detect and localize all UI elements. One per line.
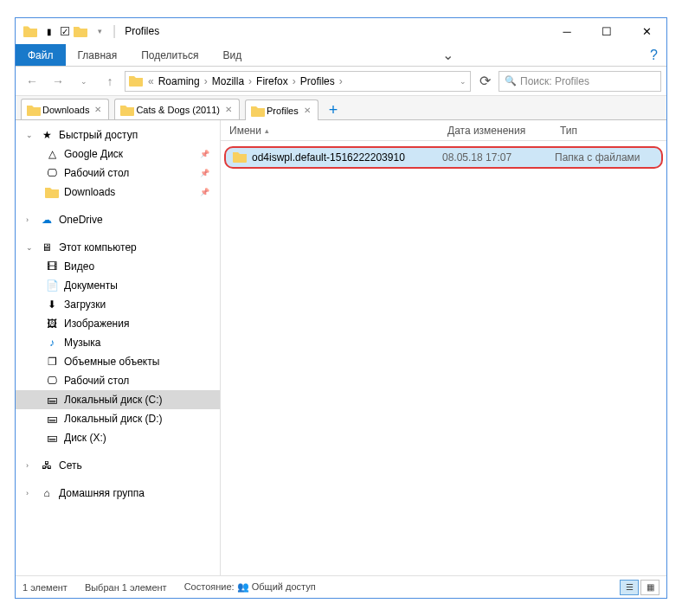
sidebar-quick-access[interactable]: ⌄★Быстрый доступ	[16, 125, 220, 144]
status-count: 1 элемент	[23, 582, 68, 593]
crumb[interactable]: Profiles	[298, 75, 338, 87]
tab-file[interactable]: Файл	[16, 44, 66, 66]
tab-home[interactable]: Главная	[66, 44, 130, 66]
pc-icon: 🖥	[40, 241, 54, 254]
sidebar-item[interactable]: 🎞Видео	[16, 257, 220, 276]
drive-icon: 🖴	[45, 431, 59, 445]
cloud-icon: ☁	[40, 213, 54, 227]
sidebar-thispc[interactable]: ⌄🖥Этот компьютер	[16, 238, 220, 257]
sidebar-item[interactable]: ❐Объемные объекты	[16, 352, 220, 371]
documents-icon: 📄	[45, 279, 59, 292]
sidebar-item[interactable]: 🖵Рабочий стол	[16, 371, 220, 390]
tab-label: Profiles	[267, 106, 299, 116]
status-bar: 1 элемент Выбран 1 элемент Состояние: 👥 …	[16, 575, 666, 598]
drive-icon: 🖴	[45, 412, 59, 426]
titlebar: ▮ ✓ ▾ | Profiles ─ ☐ ✕	[16, 18, 666, 44]
tab-view[interactable]: Вид	[210, 44, 254, 66]
ribbon-tabs: Файл Главная Поделиться Вид ⌄ ?	[16, 44, 666, 67]
downloads-icon: ⬇	[45, 298, 59, 311]
breadcrumb[interactable]: « Roaming› Mozilla› Firefox› Profiles› ⌄	[125, 71, 471, 92]
address-bar: ← → ⌄ ↑ « Roaming› Mozilla› Firefox› Pro…	[16, 67, 666, 96]
qat-properties-icon[interactable]: ▮	[42, 23, 57, 39]
folder-tab[interactable]: Downloads ✕	[21, 99, 109, 119]
minimize-button[interactable]: ─	[547, 18, 587, 44]
folder-icon	[129, 74, 143, 88]
folder-icon	[45, 185, 59, 199]
tab-label: Downloads	[42, 105, 89, 115]
sidebar-network[interactable]: ›🖧Сеть	[16, 456, 220, 475]
folder-icon	[120, 104, 132, 116]
app-icon	[23, 23, 38, 39]
back-button[interactable]: ←	[21, 70, 43, 93]
view-icons-button[interactable]: ▦	[640, 580, 659, 595]
refresh-button[interactable]: ⟳	[474, 73, 495, 89]
sidebar-item[interactable]: 🖴Локальный диск (D:)	[16, 409, 220, 428]
status-state: Состояние: 👥 Общий доступ	[184, 581, 316, 593]
desktop-icon: 🖵	[45, 374, 59, 388]
shared-icon: 👥	[237, 581, 249, 592]
sidebar: ⌄★Быстрый доступ △Google Диск 🖵Рабочий с…	[16, 120, 221, 575]
sidebar-item[interactable]: △Google Диск	[16, 144, 220, 164]
close-icon[interactable]: ✕	[223, 105, 234, 114]
table-row[interactable]: od4iswpl.default-1516222203910 08.05.18 …	[224, 146, 663, 169]
homegroup-icon: ⌂	[40, 486, 54, 500]
star-icon: ★	[40, 128, 54, 142]
tab-label: Cats & Dogs (2011)	[136, 105, 220, 115]
sidebar-homegroup[interactable]: ›⌂Домашняя группа	[16, 484, 220, 503]
folder-icon	[251, 105, 263, 117]
crumb[interactable]: Firefox	[254, 75, 291, 87]
column-type[interactable]: Тип	[551, 125, 666, 137]
sidebar-item[interactable]: 📄Документы	[16, 276, 220, 295]
sidebar-item[interactable]: 🖵Рабочий стол	[16, 164, 220, 183]
drive-icon: 🖴	[45, 393, 59, 407]
sidebar-item[interactable]: 🖴Диск (X:)	[16, 428, 220, 447]
close-icon[interactable]: ✕	[93, 105, 103, 114]
status-selected: Выбран 1 элемент	[85, 582, 167, 593]
maximize-button[interactable]: ☐	[587, 18, 627, 44]
folder-tabs: Downloads ✕ Cats & Dogs (2011) ✕ Profile…	[16, 96, 666, 120]
search-icon: 🔍	[505, 75, 517, 87]
sidebar-item-selected[interactable]: 🖴Локальный диск (C:)	[16, 390, 220, 409]
folder-tab-active[interactable]: Profiles ✕	[245, 99, 318, 120]
qat-folder-icon[interactable]	[73, 23, 88, 39]
crumb[interactable]: Mozilla	[209, 75, 247, 87]
close-icon[interactable]: ✕	[302, 106, 312, 115]
sidebar-item[interactable]: 🖼Изображения	[16, 314, 220, 333]
tab-share[interactable]: Поделиться	[129, 44, 210, 66]
search-placeholder: Поиск: Profiles	[520, 75, 589, 87]
sidebar-item[interactable]: ⬇Загрузки	[16, 295, 220, 314]
folder-icon	[27, 104, 39, 116]
new-tab-button[interactable]: +	[324, 101, 344, 119]
forward-button[interactable]: →	[47, 70, 69, 93]
close-button[interactable]: ✕	[627, 18, 666, 44]
up-button[interactable]: ↑	[99, 70, 121, 93]
sidebar-onedrive[interactable]: ›☁OneDrive	[16, 210, 220, 229]
3d-icon: ❐	[45, 355, 59, 369]
qat-checkbox-icon[interactable]: ✓	[61, 27, 69, 35]
folder-tab[interactable]: Cats & Dogs (2011) ✕	[114, 99, 240, 119]
network-icon: 🖧	[40, 459, 54, 472]
qat-dropdown-icon[interactable]: ▾	[92, 23, 107, 39]
ribbon-expand-icon[interactable]: ⌄	[434, 44, 462, 66]
desktop-icon: 🖵	[45, 166, 59, 180]
file-list: Имени▴ Дата изменения Тип od4iswpl.defau…	[221, 120, 666, 575]
video-icon: 🎞	[45, 260, 59, 273]
sidebar-item[interactable]: ♪Музыка	[16, 333, 220, 352]
music-icon: ♪	[45, 336, 59, 350]
file-type: Папка с файлами	[555, 151, 661, 164]
recent-dropdown[interactable]: ⌄	[73, 70, 95, 93]
folder-icon	[233, 151, 247, 165]
view-details-button[interactable]: ☰	[620, 580, 639, 595]
file-name: od4iswpl.default-1516222203910	[252, 151, 405, 164]
crumb[interactable]: Roaming	[156, 75, 203, 87]
column-date[interactable]: Дата изменения	[439, 125, 551, 137]
sidebar-item[interactable]: Downloads	[16, 183, 220, 202]
help-icon[interactable]: ?	[641, 44, 666, 66]
file-date: 08.05.18 17:07	[442, 151, 555, 164]
search-input[interactable]: 🔍 Поиск: Profiles	[499, 71, 661, 92]
column-name[interactable]: Имени▴	[221, 125, 439, 137]
window-title: Profiles	[125, 25, 159, 37]
gdrive-icon: △	[45, 147, 59, 161]
pictures-icon: 🖼	[45, 317, 59, 330]
column-headers: Имени▴ Дата изменения Тип	[221, 120, 666, 141]
